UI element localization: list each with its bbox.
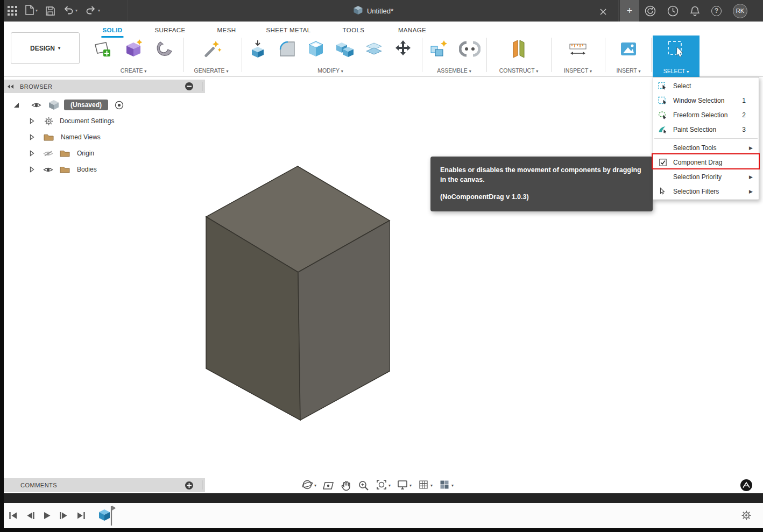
menu-item-paint-selection[interactable]: Paint Selection 3 (653, 122, 759, 137)
browser-item-origin[interactable]: Origin (4, 146, 94, 160)
shell-icon[interactable] (304, 37, 328, 61)
group-label-construct[interactable]: CONSTRUCT ▾ (489, 67, 549, 74)
play-button[interactable] (43, 512, 51, 520)
browser-root-row[interactable]: (Unsaved) (4, 98, 124, 112)
visibility-eye-icon[interactable] (31, 102, 41, 109)
select-tool-button[interactable]: SELECT ▾ (653, 36, 700, 77)
collapse-all-icon[interactable] (185, 82, 193, 90)
timeline-feature-cube[interactable] (98, 508, 110, 524)
menu-item-component-drag[interactable]: Component Drag (653, 155, 759, 169)
browser-item-bodies[interactable]: Bodies (4, 162, 97, 176)
insert-canvas-icon[interactable] (617, 37, 640, 61)
caret-down-icon[interactable]: ▾ (75, 9, 77, 13)
visibility-eye-icon[interactable] (43, 166, 53, 173)
browser-item-label[interactable]: Named Views (61, 133, 101, 141)
app-menu-icon[interactable] (8, 6, 17, 16)
display-settings-button[interactable]: ▾ (397, 479, 412, 493)
comments-panel[interactable]: COMMENTS (4, 478, 205, 492)
design-menu-button[interactable]: DESIGN ▾ (11, 32, 80, 64)
new-tab-button[interactable]: + (620, 0, 639, 22)
panel-resize-handle[interactable] (202, 82, 202, 91)
add-comment-icon[interactable] (185, 481, 193, 490)
viewports-button[interactable]: ▾ (439, 479, 454, 493)
timeline-position-marker[interactable] (109, 505, 117, 529)
construct-plane-icon[interactable] (507, 37, 531, 61)
joint-icon[interactable] (458, 37, 482, 61)
step-back-button[interactable] (26, 512, 35, 520)
caret-down-icon[interactable]: ▾ (409, 484, 412, 488)
generate-wand-icon[interactable] (200, 37, 223, 61)
unsaved-badge[interactable]: (Unsaved) (64, 100, 108, 110)
move-copy-icon[interactable] (391, 37, 415, 61)
grid-settings-button[interactable]: ▾ (418, 479, 433, 493)
menu-item-select[interactable]: Select (653, 79, 759, 93)
caret-down-icon[interactable]: ▾ (314, 484, 316, 488)
group-label-modify[interactable]: MODIFY ▾ (243, 67, 418, 74)
group-label-create[interactable]: CREATE ▾ (86, 67, 181, 74)
browser-item-named-views[interactable]: Named Views (4, 130, 101, 144)
expand-closed-icon[interactable] (30, 118, 34, 124)
caret-down-icon[interactable]: ▾ (430, 484, 433, 488)
notifications-bell-icon[interactable] (690, 5, 700, 17)
fillet-icon[interactable] (275, 37, 299, 61)
expand-closed-icon[interactable] (30, 150, 34, 157)
orbit-button[interactable]: ▾ (301, 479, 316, 493)
browser-item-label[interactable]: Bodies (77, 166, 97, 173)
timeline-settings-gear-icon[interactable] (741, 510, 752, 523)
caret-down-icon[interactable]: ▾ (36, 9, 38, 13)
clock-icon[interactable] (667, 5, 679, 17)
create-form-icon[interactable] (153, 37, 176, 61)
create-sketch-icon[interactable] (90, 37, 114, 61)
zoom-button[interactable] (358, 480, 370, 492)
menu-item-selection-filters[interactable]: Selection Filters ▶ (653, 184, 759, 198)
tab-surface[interactable]: SURFACE (153, 25, 186, 36)
look-at-button[interactable] (322, 480, 334, 492)
menu-item-selection-priority[interactable]: Selection Priority ▶ (653, 169, 759, 184)
expand-closed-icon[interactable] (30, 134, 34, 140)
document-tab[interactable]: Untitled* (128, 0, 619, 22)
group-label-assemble[interactable]: ASSEMBLE ▾ (424, 67, 484, 74)
expand-closed-icon[interactable] (30, 166, 34, 173)
redo-button[interactable]: ▾ (86, 5, 100, 17)
activate-component-radio[interactable] (115, 101, 124, 110)
menu-item-window-selection[interactable]: Window Selection 1 (653, 93, 759, 108)
offset-face-icon[interactable] (362, 37, 386, 61)
checkbox-checked-icon[interactable] (658, 158, 668, 167)
save-button[interactable] (46, 6, 55, 16)
fit-button[interactable]: ▾ (376, 479, 391, 493)
job-status-icon[interactable] (645, 5, 656, 17)
go-to-start-button[interactable] (9, 512, 18, 520)
user-avatar[interactable]: RK (733, 4, 747, 18)
tab-tools[interactable]: TOOLS (342, 25, 366, 36)
measure-icon[interactable] (566, 37, 590, 61)
collapse-panel-icon[interactable] (7, 84, 14, 89)
combine-icon[interactable] (333, 37, 357, 61)
caret-down-icon[interactable]: ▾ (98, 9, 100, 13)
autodesk-logo-icon[interactable] (740, 479, 752, 493)
step-forward-button[interactable] (59, 512, 68, 520)
tab-manage[interactable]: MANAGE (397, 25, 427, 36)
new-document-button[interactable]: ▾ (25, 5, 38, 17)
undo-button[interactable]: ▾ (63, 5, 77, 17)
create-box-icon[interactable] (122, 37, 145, 61)
new-component-icon[interactable] (427, 37, 450, 61)
go-to-end-button[interactable] (76, 512, 86, 520)
tab-sheet-metal[interactable]: SHEET METAL (265, 25, 312, 36)
press-pull-icon[interactable] (246, 37, 270, 61)
group-label-generate[interactable]: GENERATE ▾ (186, 67, 237, 74)
panel-resize-handle[interactable] (202, 480, 202, 490)
tab-mesh[interactable]: MESH (216, 25, 237, 36)
caret-down-icon[interactable]: ▾ (388, 484, 391, 488)
group-label-inspect[interactable]: INSPECT ▾ (553, 67, 603, 74)
help-icon[interactable]: ? (711, 6, 722, 16)
menu-item-selection-tools[interactable]: Selection Tools ▶ (653, 140, 759, 155)
close-tab-icon[interactable] (600, 8, 606, 17)
group-label-insert[interactable]: INSERT ▾ (607, 67, 650, 74)
menu-item-freeform-selection[interactable]: Freeform Selection 2 (653, 108, 759, 122)
expand-open-icon[interactable] (13, 102, 19, 108)
browser-item-document-settings[interactable]: Document Settings (4, 114, 114, 128)
eye-hidden-icon[interactable] (43, 150, 53, 157)
browser-item-label[interactable]: Origin (77, 150, 94, 157)
browser-item-label[interactable]: Document Settings (60, 117, 114, 125)
pan-button[interactable] (340, 480, 352, 492)
